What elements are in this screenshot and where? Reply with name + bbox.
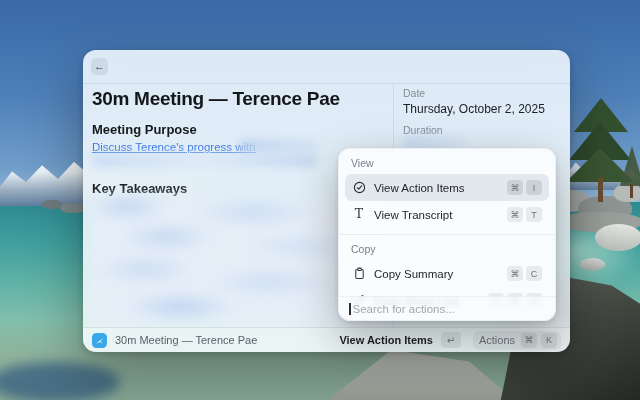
transcript-icon: T — [352, 208, 366, 222]
primary-action-label[interactable]: View Action Items — [339, 334, 433, 346]
return-key-badge: ↵ — [441, 332, 461, 348]
app-logo-icon — [92, 333, 107, 348]
palette-item-view-action-items[interactable]: View Action Items ⌘ I — [345, 174, 549, 201]
wallpaper-deep-water-patch — [0, 362, 120, 400]
desktop: ← 30m Meeting — Terence Pae Meeting Purp… — [0, 0, 640, 400]
palette-item-copy-summary[interactable]: Copy Summary ⌘ C — [345, 260, 549, 287]
wallpaper-boulder — [595, 224, 640, 251]
text-cursor — [349, 303, 351, 315]
search-placeholder: Search for actions... — [353, 303, 455, 315]
redacted-text — [239, 140, 317, 152]
actions-label: Actions — [477, 334, 517, 346]
duration-label: Duration — [403, 124, 443, 136]
k-key-badge: K — [541, 333, 557, 348]
page-title: 30m Meeting — Terence Pae — [92, 88, 387, 110]
window-header: ← — [83, 50, 570, 84]
shortcut-keys: ⌘ I — [507, 180, 542, 195]
wallpaper-boulder — [580, 258, 605, 271]
wallpaper-tree-trunk — [630, 184, 633, 198]
clipboard-icon — [352, 267, 366, 281]
shortcut-keys: ⌘ T — [507, 207, 542, 222]
date-value: Thursday, October 2, 2025 — [403, 102, 545, 116]
check-circle-icon — [352, 181, 366, 195]
palette-search-input[interactable]: Search for actions... — [339, 296, 555, 320]
meeting-purpose-heading: Meeting Purpose — [92, 122, 197, 137]
meeting-purpose-link[interactable]: Discuss Terence's progress with — [92, 141, 256, 153]
command-key-badge: ⌘ — [521, 333, 537, 348]
command-palette: View View Action Items ⌘ I T View Transc… — [338, 148, 556, 321]
back-button[interactable]: ← — [91, 58, 108, 75]
palette-section-copy: Copy — [339, 235, 555, 260]
palette-item-view-transcript[interactable]: T View Transcript ⌘ T — [345, 201, 549, 228]
key-takeaways-heading: Key Takeaways — [92, 181, 187, 196]
redacted-text — [92, 154, 316, 167]
wallpaper-rock — [42, 200, 62, 209]
actions-shortcut-group[interactable]: Actions ⌘ K — [473, 331, 561, 350]
status-bar: 30m Meeting — Terence Pae View Action It… — [83, 327, 570, 352]
wallpaper-tree-trunk — [598, 178, 603, 202]
palette-item-label: Copy Summary — [374, 268, 499, 280]
palette-item-label: View Transcript — [374, 209, 499, 221]
shortcut-keys: ⌘ C — [507, 266, 542, 281]
palette-section-view: View — [339, 149, 555, 174]
date-label: Date — [403, 87, 425, 99]
palette-item-label: View Action Items — [374, 182, 499, 194]
statusbar-meeting-label: 30m Meeting — Terence Pae — [115, 334, 257, 346]
wallpaper-rock — [614, 184, 640, 202]
